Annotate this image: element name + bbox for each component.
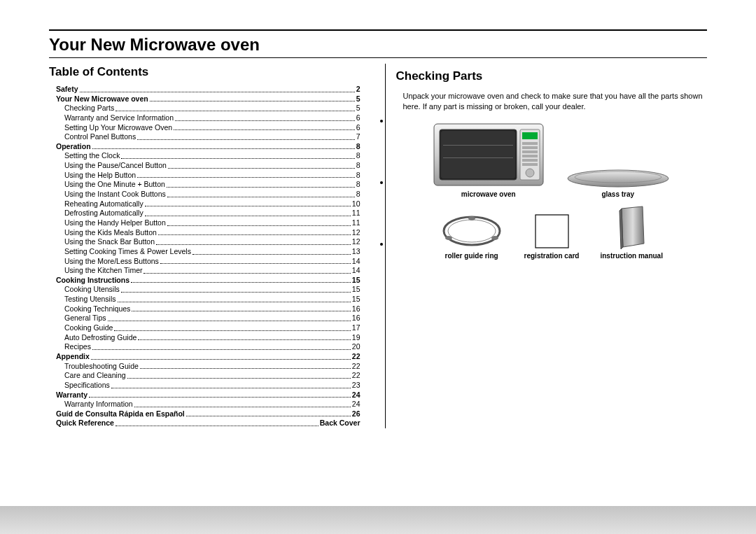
svg-rect-3 <box>443 145 513 146</box>
toc-page: 8 <box>356 180 360 190</box>
toc-row: Care and Cleaning22 <box>56 371 360 381</box>
toc-page: 12 <box>352 237 360 247</box>
part-manual-label: instruction manual <box>600 252 662 260</box>
toc-page: 6 <box>356 123 360 133</box>
toc-label: Setting the Clock <box>64 151 120 161</box>
roller-ring-icon <box>440 212 503 251</box>
toc-label: Defrosting Automatically <box>64 209 144 218</box>
toc-page: 15 <box>352 295 360 304</box>
toc-page: 22 <box>352 352 360 362</box>
toc-label: Using the Pause/Cancel Button <box>64 161 167 171</box>
svg-point-16 <box>444 217 500 245</box>
toc-label: Using the Instant Cook Buttons <box>64 190 166 199</box>
toc-label: Using the Help Button <box>64 171 136 181</box>
toc-row: Your New Microwave oven5 <box>56 94 360 104</box>
svg-rect-9 <box>522 150 538 153</box>
title-block: Your New Microwave oven <box>49 29 707 58</box>
toc-page: 23 <box>352 381 360 391</box>
toc-label: Guíd de Consulta Rápida en Español <box>56 409 185 419</box>
toc-row: Operation8 <box>56 142 360 152</box>
toc-row: Using the Kids Meals Button12 <box>56 228 360 238</box>
page-title: Your New Microwave oven <box>49 31 707 57</box>
toc-label: Troubleshooting Guide <box>64 362 139 372</box>
instruction-manual-icon <box>616 205 648 251</box>
toc-label: Cooking Instructions <box>56 276 130 286</box>
toc-label: Specifications <box>64 381 110 391</box>
toc-page: 8 <box>356 142 360 152</box>
toc-label: Cooking Utensils <box>64 285 120 295</box>
toc-row: Using the Pause/Cancel Button8 <box>56 161 360 171</box>
part-tray-label: glass tray <box>566 190 671 198</box>
toc-row: Reheating Automatically10 <box>56 199 360 209</box>
toc-label: Your New Microwave oven <box>56 94 148 104</box>
svg-point-13 <box>526 169 534 177</box>
toc-label: Setting Cooking Times & Power Levels <box>64 247 191 257</box>
part-microwave-label: microwave oven <box>433 190 545 198</box>
toc-page: 22 <box>352 371 360 381</box>
toc-label: Warranty Information <box>64 400 133 409</box>
svg-point-20 <box>468 216 475 220</box>
toc-label: Using the Kids Meals Button <box>64 228 157 238</box>
svg-rect-7 <box>522 142 538 145</box>
toc-label: Using the Snack Bar Button <box>64 237 155 247</box>
toc-label: General Tips <box>64 314 106 323</box>
toc-label: Safety <box>56 85 78 94</box>
toc-row: Using the Snack Bar Button12 <box>56 237 360 247</box>
toc-row: Appendix22 <box>56 352 360 362</box>
toc-title: Table of Contents <box>49 65 360 79</box>
toc-row: Setting Cooking Times & Power Levels13 <box>56 247 360 257</box>
part-card-label: registration card <box>524 252 580 260</box>
toc-row: Cooking Guide17 <box>56 323 360 333</box>
right-column: Checking Parts Unpack your microwave ove… <box>385 64 708 428</box>
toc-row: General Tips16 <box>56 314 360 323</box>
toc-label: Using the More/Less Buttons <box>64 257 159 267</box>
toc-page: 8 <box>356 190 360 199</box>
parts-diagram: microwave oven <box>396 122 708 260</box>
columns: Table of Contents Safety2Your New Microw… <box>49 64 707 428</box>
toc-row: Setting the Clock8 <box>56 151 360 161</box>
toc-row: Quick ReferenceBack Cover <box>56 419 360 428</box>
toc-label: Setting Up Your Microwave Oven <box>64 123 172 133</box>
toc-row: Using the Kitchen Timer14 <box>56 266 360 276</box>
manual-page: Your New Microwave oven Table of Content… <box>0 29 756 534</box>
part-card: registration card <box>524 202 580 260</box>
checking-parts-title: Checking Parts <box>396 69 708 83</box>
toc-label: Quick Reference <box>56 419 114 428</box>
svg-rect-21 <box>536 215 568 248</box>
toc-page: 12 <box>352 228 360 238</box>
checking-parts-text: Unpack your microwave oven and check to … <box>396 91 708 112</box>
toc-label: Testing Utensils <box>64 295 116 304</box>
toc-label: Checking Parts <box>64 104 114 113</box>
svg-point-14 <box>568 170 668 187</box>
toc-row: Safety2 <box>56 85 360 94</box>
toc-row: Setting Up Your Microwave Oven6 <box>56 123 360 133</box>
toc-page: 19 <box>352 333 360 343</box>
toc-page: 26 <box>352 409 360 419</box>
toc-row: Recipes20 <box>56 342 360 352</box>
svg-rect-4 <box>443 157 513 158</box>
toc-row: Defrosting Automatically11 <box>56 209 360 218</box>
toc-row: Troubleshooting Guide22 <box>56 362 360 372</box>
svg-rect-6 <box>522 132 538 139</box>
part-ring-label: roller guide ring <box>440 252 503 260</box>
toc-label: Cooking Guide <box>64 323 113 333</box>
toc-page: 24 <box>352 391 360 400</box>
toc-row: Testing Utensils15 <box>56 295 360 304</box>
toc-row: Using the Instant Cook Buttons8 <box>56 190 360 199</box>
toc-page: 5 <box>356 94 360 104</box>
toc-page: 22 <box>352 362 360 372</box>
svg-rect-11 <box>522 159 538 162</box>
toc-page: 5 <box>356 104 360 113</box>
toc-label: Using the One Minute + Button <box>64 180 165 190</box>
toc-label: Care and Cleaning <box>64 371 126 381</box>
toc-row: Guíd de Consulta Rápida en Español26 <box>56 409 360 419</box>
toc-page: 7 <box>356 132 360 142</box>
toc-page: 11 <box>352 209 360 218</box>
part-ring: roller guide ring <box>440 202 503 260</box>
toc-row: Specifications23 <box>56 381 360 391</box>
toc-page: 14 <box>352 257 360 267</box>
toc-list: Safety2Your New Microwave oven5Checking … <box>49 85 360 428</box>
part-tray: glass tray <box>566 129 671 198</box>
microwave-icon <box>433 122 545 189</box>
toc-row: Warranty and Service Information6 <box>56 113 360 123</box>
